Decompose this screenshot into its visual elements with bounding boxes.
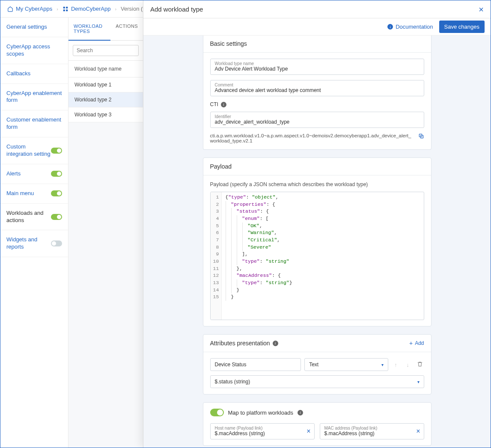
nav-widgets-reports[interactable]: Widgets and reports xyxy=(0,230,68,257)
svg-rect-1 xyxy=(66,6,68,8)
nav-cyberapp-enablement[interactable]: CyberApp enablement form xyxy=(0,84,68,111)
payload-description: Payload (specify a JSON schema which des… xyxy=(210,181,424,187)
tab-actions[interactable]: ACTIONS xyxy=(110,18,143,40)
chevron-right-icon: › xyxy=(57,6,58,12)
toggle-icon[interactable] xyxy=(51,214,62,220)
toggle-icon[interactable] xyxy=(51,190,62,196)
chevron-down-icon: ▾ xyxy=(417,380,420,384)
trash-icon[interactable] xyxy=(416,361,424,368)
attr-type-select[interactable]: Text▾ xyxy=(304,358,388,371)
close-icon[interactable]: × xyxy=(479,5,484,14)
list-item[interactable]: Workload type 3 xyxy=(68,107,143,122)
attr-name-input[interactable]: Device Status xyxy=(210,358,301,371)
add-workload-modal: Add workload type × i Documentation Save… xyxy=(143,0,491,448)
comment-field[interactable]: Comment Advanced device alert workload t… xyxy=(210,80,424,96)
breadcrumb-root[interactable]: My CyberApps xyxy=(7,6,52,12)
svg-rect-0 xyxy=(63,6,65,8)
cti-string: cti.a.p.wm.workload.v1.0~a.p.wm.aspect.v… xyxy=(210,133,415,143)
toggle-icon[interactable] xyxy=(51,171,62,177)
info-icon[interactable]: i xyxy=(298,410,303,415)
panel-heading: Payload xyxy=(203,158,431,175)
attr-path-select[interactable]: $.status (string)▾ xyxy=(210,375,424,388)
host-name-field[interactable]: Host name (Payload link) $.macAddress (s… xyxy=(210,423,315,439)
panel-heading: Attributes presentation xyxy=(210,340,270,347)
toggle-icon[interactable] xyxy=(51,240,62,246)
info-icon: i xyxy=(387,24,393,30)
line-gutter: 1 2 3 4 5 6 7 8 9 10 11 12 13 14 15 xyxy=(211,192,222,320)
toggle-icon[interactable] xyxy=(51,148,62,154)
map-workloads-panel: Map to platform workloads i Host name (P… xyxy=(203,402,431,446)
nav-general-settings[interactable]: General settings xyxy=(0,18,68,37)
left-nav: General settings CyberApp access scopes … xyxy=(0,18,68,448)
move-down-icon[interactable]: ↓ xyxy=(404,362,412,368)
nav-access-scopes[interactable]: CyberApp access scopes xyxy=(0,37,68,64)
identifier-field[interactable]: Identifier adv_device_alert_workload_typ… xyxy=(210,112,424,128)
move-up-icon[interactable]: ↑ xyxy=(392,362,400,368)
nav-custom-integration[interactable]: Custom integration setting xyxy=(0,137,68,164)
plus-icon: + xyxy=(409,340,413,347)
nav-customer-enablement[interactable]: Customer enablement form xyxy=(0,110,68,137)
documentation-link[interactable]: i Documentation xyxy=(387,24,433,30)
svg-rect-2 xyxy=(63,9,65,11)
info-icon[interactable]: i xyxy=(273,341,278,346)
clear-icon[interactable]: × xyxy=(307,427,310,435)
clear-icon[interactable]: × xyxy=(416,427,420,435)
panel-heading: Basic settings xyxy=(203,36,431,53)
home-icon xyxy=(7,6,13,12)
workload-list-column: WORKLOAD TYPES ACTIONS Workload type nam… xyxy=(68,18,143,448)
nav-alerts[interactable]: Alerts xyxy=(0,164,68,184)
nav-callbacks[interactable]: Callbacks xyxy=(0,64,68,84)
attributes-panel: Attributes presentation i + Add Device S… xyxy=(203,334,431,395)
list-header: Workload type name xyxy=(68,61,143,77)
copy-icon[interactable] xyxy=(418,133,424,140)
search-input[interactable] xyxy=(73,45,139,56)
basic-settings-panel: Basic settings Workload type name Adv De… xyxy=(203,36,431,150)
svg-rect-3 xyxy=(66,9,68,11)
apps-icon xyxy=(62,6,68,12)
list-item[interactable]: Workload type 1 xyxy=(68,77,143,92)
map-toggle[interactable] xyxy=(210,409,224,416)
nav-workloads-actions[interactable]: Workloads and actions xyxy=(0,204,68,231)
add-attribute-button[interactable]: + Add xyxy=(409,340,424,347)
mac-address-field[interactable]: MAC address (Payload link) $.macAddress … xyxy=(320,423,424,439)
nav-main-menu[interactable]: Main menu xyxy=(0,184,68,204)
map-label: Map to platform workloads xyxy=(228,409,293,416)
tab-workload-types[interactable]: WORKLOAD TYPES xyxy=(68,18,110,41)
modal-title: Add workload type xyxy=(150,6,203,13)
breadcrumb-app[interactable]: DemoCyberApp xyxy=(62,6,111,12)
code-area[interactable]: {"type": "object", "properties": { "stat… xyxy=(222,192,423,320)
chevron-right-icon: › xyxy=(115,6,116,12)
list-item[interactable]: Workload type 2 xyxy=(68,92,143,107)
cti-label: CTI i xyxy=(210,101,424,107)
payload-panel: Payload Payload (specify a JSON schema w… xyxy=(203,157,431,326)
tabs: WORKLOAD TYPES ACTIONS xyxy=(68,18,143,41)
workload-name-field[interactable]: Workload type name Adv Device Alert Work… xyxy=(210,59,424,75)
save-button[interactable]: Save changes xyxy=(439,21,485,33)
json-schema-editor[interactable]: 1 2 3 4 5 6 7 8 9 10 11 12 13 14 15 {"ty… xyxy=(210,192,424,320)
info-icon[interactable]: i xyxy=(221,102,226,107)
chevron-down-icon: ▾ xyxy=(381,362,384,367)
